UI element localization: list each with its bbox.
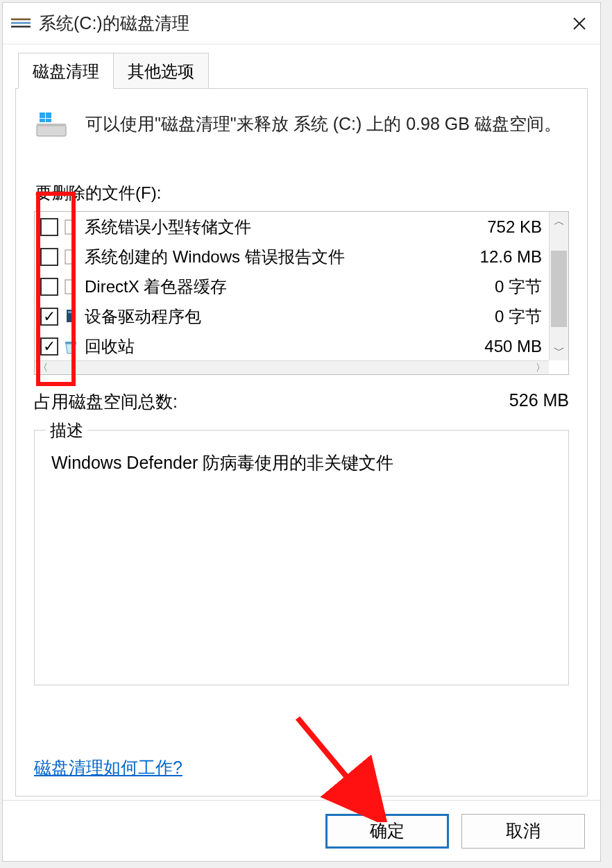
svg-rect-8 [46,119,51,122]
horizontal-scrollbar[interactable]: 〈 〉 [35,360,549,374]
tab-cleanup[interactable]: 磁盘清理 [18,53,114,89]
file-icon [62,219,79,235]
scroll-left-icon[interactable]: 〈 [35,361,51,375]
description-group: 描述 Windows Defender 防病毒使用的非关键文件 [34,430,569,685]
window-title: 系统(C:)的磁盘清理 [39,12,567,35]
checkbox[interactable] [40,337,58,356]
body: 磁盘清理 其他选项 可以使用"磁盘清理"来释放 系统 (C:) 上的 0.98 … [3,44,600,796]
ok-button[interactable]: 确定 [325,814,449,849]
file-size: 0 字节 [495,276,549,298]
disk-cleanup-icon [11,16,31,31]
checkbox[interactable] [40,248,58,266]
svg-rect-13 [68,311,72,313]
svg-rect-3 [37,125,66,136]
file-name: 系统错误小型转储文件 [85,216,487,238]
scroll-thumb[interactable] [551,251,567,327]
total-row: 占用磁盘空间总数: 526 MB [34,390,569,413]
titlebar: 系统(C:)的磁盘清理 [3,3,600,44]
scroll-right-icon[interactable]: 〉 [532,361,549,375]
description-text: Windows Defender 防病毒使用的非关键文件 [51,451,552,474]
svg-rect-5 [40,112,45,118]
file-name: DirectX 着色器缓存 [85,276,495,298]
file-row[interactable]: 系统错误小型转储文件 752 KB [35,212,549,242]
file-name: 系统创建的 Windows 错误报告文件 [85,246,480,268]
recycle-bin-icon [62,338,79,355]
svg-rect-1 [11,22,31,24]
svg-rect-2 [11,26,31,28]
file-row[interactable]: DirectX 着色器缓存 0 字节 [35,272,549,301]
cancel-button[interactable]: 取消 [461,814,585,849]
file-row[interactable]: 回收站 450 MB [35,331,549,360]
file-icon [62,249,79,265]
scroll-down-icon[interactable]: ﹀ [550,341,568,360]
total-value: 526 MB [509,390,569,413]
vertical-scrollbar[interactable]: ︿ ﹀ [549,212,568,360]
checkbox[interactable] [40,218,58,236]
footer: 确定 取消 [3,800,600,861]
scroll-up-icon[interactable]: ︿ [550,212,568,231]
svg-rect-6 [46,112,51,118]
tabs: 磁盘清理 其他选项 [18,53,588,89]
file-size: 0 字节 [495,306,549,328]
file-size: 12.6 MB [480,247,549,267]
intro-text: 可以使用"磁盘清理"来释放 系统 (C:) 上的 0.98 GB 磁盘空间。 [85,111,561,137]
svg-rect-0 [11,19,31,21]
file-row[interactable]: 设备驱动程序包 0 字节 [35,301,549,331]
file-name: 回收站 [85,335,484,358]
device-icon [62,308,79,325]
file-name: 设备驱动程序包 [85,306,495,328]
total-label: 占用磁盘空间总数: [34,390,509,413]
drive-icon [34,108,69,140]
tab-more-options[interactable]: 其他选项 [114,53,209,89]
description-legend: 描述 [46,419,87,442]
svg-rect-14 [65,342,76,344]
file-row[interactable]: 系统创建的 Windows 错误报告文件 12.6 MB [35,242,549,272]
intro-row: 可以使用"磁盘清理"来释放 系统 (C:) 上的 0.98 GB 磁盘空间。 [34,108,569,140]
file-size: 752 KB [487,217,549,237]
file-list: 系统错误小型转储文件 752 KB 系统创建的 Windows 错误报告文件 1… [34,211,569,375]
file-size: 450 MB [484,337,549,356]
file-icon [62,278,79,295]
tab-panel: 可以使用"磁盘清理"来释放 系统 (C:) 上的 0.98 GB 磁盘空间。 要… [15,88,588,796]
help-link[interactable]: 磁盘清理如何工作? [34,756,182,779]
svg-rect-4 [37,124,66,126]
files-to-delete-label: 要删除的文件(F): [35,182,569,204]
disk-cleanup-window: 系统(C:)的磁盘清理 磁盘清理 其他选项 [2,2,601,862]
close-button[interactable] [567,11,592,36]
checkbox[interactable] [40,308,58,326]
checkbox[interactable] [40,278,58,296]
svg-rect-7 [40,119,45,122]
